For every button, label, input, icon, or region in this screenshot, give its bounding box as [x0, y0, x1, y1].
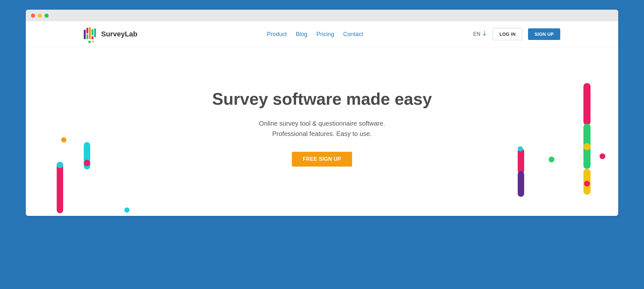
nav-link-product[interactable]: Product [267, 31, 287, 38]
language-switcher[interactable]: EN [473, 31, 487, 37]
hero-title: Survey software made easy [26, 89, 618, 109]
nav-link-blog[interactable]: Blog [296, 31, 307, 38]
decoration-dot-icon [584, 181, 590, 187]
nav-right: EN LOG IN SIGN UP [473, 28, 560, 40]
decoration-dot-icon [84, 160, 90, 166]
decoration-dot-icon [518, 146, 523, 151]
decoration-dot-icon [57, 162, 63, 168]
language-label: EN [473, 31, 480, 37]
arrow-down-icon [482, 31, 487, 37]
browser-window: SurveyLab Product Blog Pricing Contact E… [26, 10, 618, 216]
window-minimize-icon[interactable] [38, 14, 42, 18]
nav-link-pricing[interactable]: Pricing [316, 31, 334, 38]
signup-button[interactable]: SIGN UP [528, 28, 560, 40]
hero-subtitle-line2: Professional features. Easy to use. [26, 129, 618, 139]
decoration-dot-icon [583, 143, 591, 150]
hero: Survey software made easy Online survey … [26, 47, 618, 167]
decoration-bar-icon [518, 171, 524, 197]
decoration-bar-icon [57, 162, 63, 213]
window-maximize-icon[interactable] [44, 14, 49, 18]
nav-link-contact[interactable]: Contact [343, 31, 363, 38]
page-content: SurveyLab Product Blog Pricing Contact E… [26, 21, 618, 216]
free-signup-button[interactable]: FREE SIGN UP [292, 152, 352, 167]
login-button[interactable]: LOG IN [493, 28, 522, 40]
logo-icon [84, 27, 98, 41]
navbar: SurveyLab Product Blog Pricing Contact E… [26, 21, 618, 47]
window-close-icon[interactable] [31, 14, 35, 18]
nav-links: Product Blog Pricing Contact [247, 31, 363, 38]
browser-chrome [26, 10, 618, 21]
logo-link[interactable]: SurveyLab [84, 27, 138, 41]
logo-text: SurveyLab [101, 30, 138, 38]
hero-subtitle-line1: Online survey tool & questionnaire softw… [26, 118, 618, 129]
decoration-dot-icon [124, 207, 130, 213]
